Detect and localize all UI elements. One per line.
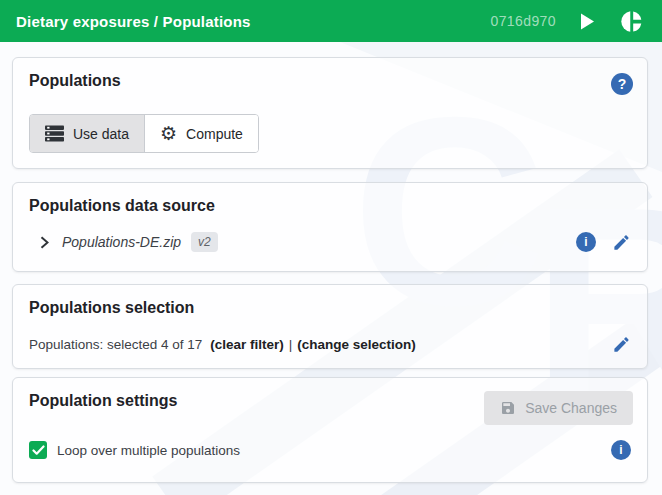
selection-summary: Populations: selected 4 of 17 (clear fil… xyxy=(29,337,416,352)
save-icon xyxy=(500,400,516,416)
help-icon[interactable]: ? xyxy=(611,73,633,95)
breadcrumb[interactable]: Dietary exposures / Populations xyxy=(16,13,251,30)
selection-row: Populations: selected 4 of 17 (clear fil… xyxy=(29,331,631,357)
data-source-card-title: Populations data source xyxy=(29,197,631,215)
tab-compute-label: Compute xyxy=(186,126,243,142)
tab-use-data[interactable]: Use data xyxy=(30,115,144,152)
settings-info-glyph: i xyxy=(619,443,622,457)
run-id: 0716d970 xyxy=(491,13,557,29)
loop-populations-checkbox[interactable] xyxy=(29,441,47,459)
info-icon[interactable]: i xyxy=(576,232,596,252)
selection-actions xyxy=(612,335,631,354)
header-right: 0716d970 xyxy=(491,9,645,34)
selection-summary-text: Populations: selected 4 of 17 xyxy=(29,337,202,352)
help-glyph: ? xyxy=(618,76,627,92)
save-changes-button[interactable]: Save Changes xyxy=(484,391,633,425)
link-separator: | xyxy=(289,337,293,352)
save-changes-label: Save Changes xyxy=(525,400,617,416)
settings-actions: i xyxy=(611,440,631,460)
populations-card-title: Populations xyxy=(29,72,631,90)
data-source-row: Populations-DE.zip v2 i xyxy=(29,229,631,255)
edit-selection-icon[interactable] xyxy=(612,335,631,354)
clear-filter-link[interactable]: (clear filter) xyxy=(210,337,284,352)
data-source-file[interactable]: Populations-DE.zip xyxy=(62,234,181,250)
version-badge: v2 xyxy=(191,232,218,252)
info-glyph: i xyxy=(584,235,587,249)
loop-populations-row: Loop over multiple populations i xyxy=(29,440,631,460)
app-header: Dietary exposures / Populations 0716d970 xyxy=(0,0,662,42)
pie-chart-icon[interactable] xyxy=(619,9,644,34)
selection-card-title: Populations selection xyxy=(29,299,631,317)
tab-use-data-label: Use data xyxy=(73,126,129,142)
selection-card: Populations selection Populations: selec… xyxy=(12,284,648,369)
storage-icon xyxy=(45,125,64,142)
data-source-actions: i xyxy=(576,232,631,252)
gear-icon: ⚙ xyxy=(160,126,177,142)
chevron-right-icon[interactable] xyxy=(37,235,52,250)
play-icon[interactable] xyxy=(580,13,595,30)
change-selection-link[interactable]: (change selection) xyxy=(297,337,416,352)
populations-card: Populations ? Use data ⚙ xyxy=(12,57,648,169)
tab-compute[interactable]: ⚙ Compute xyxy=(144,115,258,152)
edit-data-source-icon[interactable] xyxy=(612,233,631,252)
mode-tab-group: Use data ⚙ Compute xyxy=(29,114,259,153)
data-source-card: Populations data source Populations-DE.z… xyxy=(12,182,648,272)
settings-card: Population settings Save Changes Loop ov… xyxy=(12,377,648,483)
settings-info-icon[interactable]: i xyxy=(611,440,631,460)
page-content: C R Populations ? Use data xyxy=(0,42,662,495)
loop-populations-label[interactable]: Loop over multiple populations xyxy=(57,443,240,458)
